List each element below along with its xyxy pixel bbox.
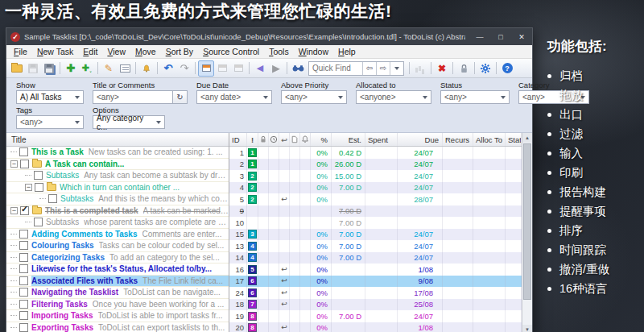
task-grid-row[interactable]: 13 4 ↩ 0% 7.00 D 24/07: [229, 240, 522, 252]
task-grid-row[interactable]: 9 ↩ 7.00 D: [229, 205, 522, 218]
time-tracking-button[interactable]: [412, 60, 428, 77]
quick-find-input[interactable]: [309, 63, 362, 74]
task-row[interactable]: − ✓ Navigating the Tasklist ToDoList can…: [6, 287, 229, 299]
task-row[interactable]: − ✓ Filtering Tasks Once you have been w…: [6, 299, 229, 311]
task-grid-row[interactable]: 15 3 ↩ 0% 7.00 D 24/07: [229, 229, 522, 241]
filter-due-date-select[interactable]: <any date>: [196, 90, 272, 104]
quick-find-next-button[interactable]: ⇨: [376, 62, 390, 75]
col-header-spent[interactable]: Spent: [365, 133, 398, 146]
menu-item[interactable]: Help: [333, 46, 361, 57]
col-header-due[interactable]: Due: [398, 133, 443, 146]
filter-allocated-select[interactable]: <anyone>: [356, 90, 431, 104]
menu-item[interactable]: Tools: [264, 46, 294, 57]
priority-column-icon[interactable]: !: [247, 133, 258, 146]
task-grid-row[interactable]: 20 8 ↩ 0% 1/08: [229, 322, 522, 332]
task-grid-row[interactable]: 10 ↩ 7.00 D: [229, 217, 522, 229]
menu-item[interactable]: Source Control: [198, 46, 264, 57]
task-row[interactable]: − ✓ This is a completed task A task can …: [6, 205, 229, 218]
col-header-percent[interactable]: %: [311, 133, 332, 146]
col-header-alloc-to[interactable]: Alloc To: [473, 133, 506, 146]
task-checkbox[interactable]: ✓: [19, 323, 28, 332]
task-grid-row[interactable]: 5 2 ↩ 0% 28/07: [229, 193, 522, 205]
task-row[interactable]: − ✓ Adding Comments to Tasks Comments ar…: [6, 229, 229, 241]
menu-item[interactable]: File: [9, 46, 32, 57]
redo-button[interactable]: ↷: [176, 60, 192, 77]
task-row[interactable]: − ✓ Likewise for the task's Status, Allo…: [6, 264, 229, 276]
edit-task-button[interactable]: ✎: [101, 60, 117, 77]
scrollbar-thumb[interactable]: [523, 143, 531, 300]
task-grid-row[interactable]: 1 1 ↩ 0% 0.42 D 24/07: [229, 147, 522, 159]
task-grid-row[interactable]: 24 6 ↩ 0% 17/08: [229, 287, 522, 299]
menu-item[interactable]: View: [102, 46, 130, 57]
recurrence-column-icon[interactable]: ↩: [279, 133, 290, 146]
filter-status-select[interactable]: <any>: [440, 90, 510, 104]
maximize-button[interactable]: □: [490, 28, 511, 45]
expand-toggle[interactable]: −: [10, 207, 18, 214]
task-row[interactable]: − ✓ Subtasks And this is the means by wh…: [6, 193, 229, 205]
task-grid-row[interactable]: 19 8 ↩ 0% 7.00 D 24/07: [229, 310, 522, 322]
title-column-header[interactable]: Title: [6, 133, 229, 147]
password-lock-button[interactable]: [456, 60, 472, 77]
task-checkbox[interactable]: ✓: [19, 288, 28, 297]
filter-show-select[interactable]: A) All Tasks: [16, 90, 84, 104]
task-row[interactable]: − ✓ Associated Files with Tasks The File…: [6, 276, 229, 288]
help-button[interactable]: ?: [499, 60, 515, 77]
scroll-down-arrow[interactable]: ▼: [522, 325, 532, 332]
task-checkbox[interactable]: ✓: [48, 194, 57, 203]
maximize-comments-button[interactable]: [214, 60, 230, 77]
scroll-up-arrow[interactable]: ▲: [522, 133, 532, 143]
filter-priority-select[interactable]: <any>: [281, 90, 347, 104]
task-row[interactable]: − ✓ Subtasks whose parent tasks are comp…: [6, 217, 229, 229]
reminder-column-icon[interactable]: [300, 133, 311, 146]
task-grid-row[interactable]: 3 2 ↩ 0% 15.00 D 24/07: [229, 170, 522, 182]
edit-notes-button[interactable]: [117, 60, 133, 77]
task-grid-row[interactable]: 2 1 ↩ 0% 26.00 D 24/07: [229, 159, 522, 171]
minimize-button[interactable]: —: [469, 28, 490, 45]
task-row[interactable]: − ✓ Which in turn can contain other ...: [6, 182, 229, 194]
menu-item[interactable]: New Task: [32, 46, 78, 57]
task-checkbox[interactable]: ✓: [19, 276, 28, 285]
col-header-est[interactable]: Est.: [332, 133, 365, 146]
task-checkbox[interactable]: ✓: [19, 311, 28, 320]
title-bar[interactable]: ✓ Sample Tasklist [D:\_code\ToDoList_Dev…: [6, 28, 532, 45]
task-checkbox[interactable]: ✓: [19, 300, 28, 309]
quick-find-prev-button[interactable]: ⇦: [362, 62, 376, 75]
task-checkbox[interactable]: ✓: [34, 171, 43, 180]
menu-item[interactable]: Edit: [78, 46, 102, 57]
open-file-button[interactable]: [9, 60, 25, 77]
task-row[interactable]: − ✓ Importing Tasks ToDoList is able to …: [6, 310, 229, 322]
filter-options-select[interactable]: Any category c...: [93, 115, 165, 129]
undo-button[interactable]: ↶: [160, 60, 176, 77]
menu-item[interactable]: Move: [130, 46, 161, 57]
task-checkbox[interactable]: ✓: [19, 230, 28, 239]
task-checkbox[interactable]: ✓: [34, 218, 43, 226]
task-grid-row[interactable]: 14 4 ↩ 0% 7.00 D 24/07: [229, 252, 522, 264]
file-link-column-icon[interactable]: [290, 133, 300, 146]
preferences-button[interactable]: [477, 60, 493, 77]
task-row[interactable]: − ✓ Subtasks Any task can become a subta…: [6, 170, 229, 182]
task-checkbox[interactable]: ✓: [20, 206, 29, 215]
col-header-recurs[interactable]: Recurs: [443, 133, 473, 146]
quick-find-dropdown-button[interactable]: [390, 62, 403, 75]
lock-column-icon[interactable]: [258, 133, 269, 146]
task-row[interactable]: − ✓ Exporting Tasks ToDoList can export …: [6, 322, 229, 332]
expand-toggle[interactable]: −: [25, 184, 32, 191]
menu-item[interactable]: Window: [294, 46, 333, 57]
vertical-scrollbar[interactable]: ▲ ▼: [522, 133, 532, 332]
task-checkbox[interactable]: ✓: [19, 147, 28, 156]
delete-task-button[interactable]: ✖: [434, 60, 450, 77]
new-task-button[interactable]: ✚: [63, 60, 79, 77]
task-grid-row[interactable]: 18 7 ↩ 0% 25/08: [229, 299, 522, 311]
task-row[interactable]: − ✓ Colouring Tasks Tasks can be colour …: [6, 240, 229, 252]
filter-tags-select[interactable]: <any>: [16, 115, 84, 129]
next-task-button[interactable]: ▶: [268, 60, 284, 77]
task-grid-row[interactable]: 16 5 ↩ 0% 1/08: [229, 264, 522, 276]
expand-toggle[interactable]: −: [10, 160, 18, 168]
task-grid-row[interactable]: 4 2 ↩ 0% 7.00 D 24/07: [229, 182, 522, 194]
clock-column-icon[interactable]: [269, 133, 279, 146]
new-subtask-button[interactable]: ✚˯: [79, 60, 95, 77]
previous-task-button[interactable]: ◀: [252, 60, 268, 77]
task-checkbox[interactable]: ✓: [19, 264, 28, 273]
maximize-tasklist-button[interactable]: [198, 60, 214, 77]
col-header-id[interactable]: ID: [229, 133, 247, 146]
